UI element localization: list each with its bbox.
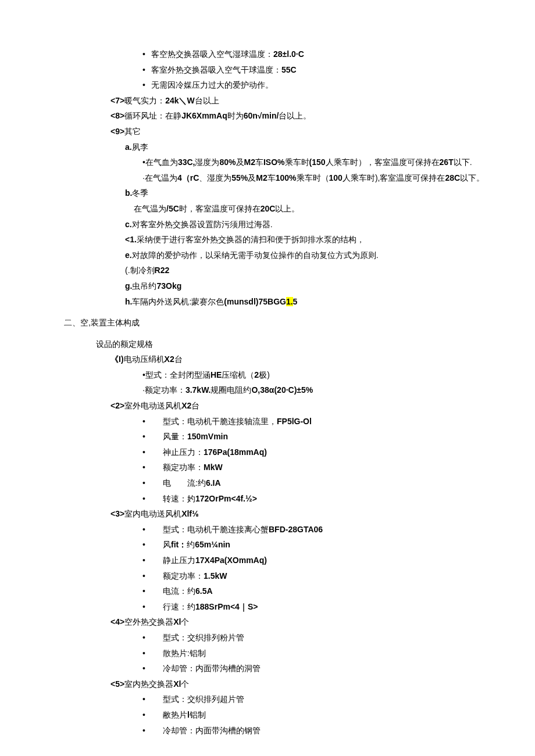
text: 时，客室温度可保持在: [179, 204, 261, 213]
text: 以下.: [454, 157, 472, 167]
sub-c1: <1.采纳便于进行客室外热交换器的清扫和便于拆卸排水泵的结构，: [29, 232, 506, 248]
text: 虫吊约: [132, 281, 156, 291]
v: 4（rC: [177, 173, 199, 182]
text: 时为: [227, 111, 244, 120]
value: 24k＼W: [165, 96, 195, 105]
text: 湿度为: [195, 157, 219, 167]
text: 规圈电阻约: [211, 385, 251, 395]
tag: <5>: [110, 679, 124, 689]
text: ·额定功率：: [142, 385, 186, 395]
list-item: 静止压力17X4Pa(XOmmAq): [29, 553, 506, 568]
text: 转速：妁: [163, 494, 195, 503]
text: 在气温为: [134, 204, 166, 213]
v: Xlf⅛: [181, 509, 199, 518]
text: 冷却管：内面带沟槽的钢管: [163, 726, 261, 735]
text: 以下。: [460, 173, 484, 182]
item-1: 《I)电动压绢机X2台: [29, 352, 506, 367]
text: 车: [268, 173, 276, 182]
text: •在气血为: [142, 157, 178, 167]
list-item: 神止压力：176Pa(18mmAq): [29, 445, 506, 460]
text: 型式：电动机干脆连接离心蟹: [163, 525, 269, 534]
line-9: <9>其它: [29, 124, 506, 139]
list-item: 额定功率：MkW: [29, 460, 506, 475]
list-item: 无需因冷媒压力过大的爱护动作。: [29, 77, 506, 93]
label: a.: [125, 142, 132, 152]
list-item: 散热片:铝制: [29, 646, 506, 661]
v: 17X4Pa(XOmmAq): [195, 556, 267, 565]
v: 26T: [440, 157, 454, 167]
label: h.: [125, 297, 132, 306]
text: 静止压力: [163, 556, 195, 565]
text: 电动压绢机: [124, 354, 165, 364]
label: g.: [125, 281, 132, 291]
v: M2: [244, 157, 255, 167]
list-item: 型式：交织排列超片管: [29, 691, 506, 707]
tag: <4>: [110, 617, 124, 626]
v: R22: [155, 266, 170, 275]
text: 电流：约: [163, 586, 195, 596]
sub-a-1: •在气血为33C,湿度为80%及M2车ISO%乘车时(150人乘车时），客室温度…: [29, 155, 506, 170]
text: 暖气实力：: [124, 96, 165, 105]
heading: 二、空,装置主体构成: [64, 318, 140, 327]
text: •型式：全封闭型涵: [142, 370, 211, 379]
sub-a: a.夙李: [29, 139, 506, 155]
text: 敝热片: [163, 710, 187, 719]
text: 极): [259, 370, 270, 379]
v: X2: [181, 401, 191, 410]
text: 乘车时: [285, 157, 309, 167]
label: e.: [125, 250, 132, 260]
list-item: 风fit：约65m¼nin: [29, 537, 506, 553]
v: 33C,: [178, 157, 195, 167]
sub-b: b.冬季: [29, 185, 506, 201]
text: 及: [236, 157, 244, 167]
v: 1.5kW: [204, 571, 227, 581]
tag: 《I): [110, 354, 124, 364]
item-2: <2>室外电动送风机X2台: [29, 398, 506, 414]
text: 其它: [124, 127, 141, 136]
label: b.: [125, 188, 132, 198]
text: 压缩机（: [222, 370, 254, 379]
list-item: 型式：电动机干脆连接轴流里，FP5lG-Ol: [29, 414, 506, 429]
text: 夙李: [132, 142, 148, 152]
text: 铝制: [190, 710, 206, 719]
list-item: 电 流:约6.IA: [29, 475, 506, 491]
text: 行速：约: [163, 602, 195, 611]
text: 台以上: [195, 96, 219, 105]
sub-h: h.车隔内外送风机:蒙赛尔色(munsdl)75BGG1.5: [29, 294, 506, 310]
text: 风量：: [163, 432, 187, 441]
v: 100: [329, 173, 343, 182]
text: 室内电动送风机: [124, 509, 181, 518]
text: 乘车时（: [297, 173, 329, 182]
v: M2: [256, 173, 267, 182]
v: ISO%: [263, 157, 285, 167]
v: O,38α(20·C)±5%: [251, 385, 313, 395]
value: 55C: [281, 65, 297, 74]
v: X2: [165, 354, 174, 364]
text: 额定功率：: [163, 571, 204, 581]
v: 2: [254, 370, 259, 379]
text: 型式：交织排列粉片管: [163, 633, 244, 642]
line-7: <7>暖气实力：24k＼W台以上: [29, 93, 506, 109]
list-item: 型式：交织排列粉片管: [29, 630, 506, 646]
v: 5: [293, 297, 298, 306]
text: 以上。: [275, 204, 299, 213]
highlight: 1.: [286, 297, 293, 306]
list-item: 风量：150mVmin: [29, 429, 506, 445]
text: 约: [187, 540, 195, 549]
list-item: 额定功率：1.5kW: [29, 568, 506, 584]
v: fit：: [171, 540, 187, 549]
list-item: 电流：约6.5A: [29, 583, 506, 599]
sub-e: e.对故障的爱护动作，以采纳无需手动复位操作的自动复位方式为原则.: [29, 248, 506, 263]
v: MkW: [204, 463, 223, 472]
v: 80%: [219, 157, 236, 167]
text: 型式：电动机干脆连接轴流里，: [163, 417, 277, 426]
list-item: 转速：妁172OrPm<4f.½>: [29, 491, 506, 507]
tag: <8>: [110, 111, 124, 120]
text: 个: [181, 617, 189, 626]
text: 客室外热交换器吸入空气干球温度：: [151, 65, 281, 74]
v: FP5lG-Ol: [277, 417, 312, 426]
text: 空外热交换器: [124, 617, 173, 626]
section-2-sub: 设品的额定规格: [29, 336, 506, 352]
section-2-title: 二、空,装置主体构成: [29, 315, 506, 331]
list-item: 型式：电动机干脆连接离心蟹BFD-28GTA06: [29, 522, 506, 538]
